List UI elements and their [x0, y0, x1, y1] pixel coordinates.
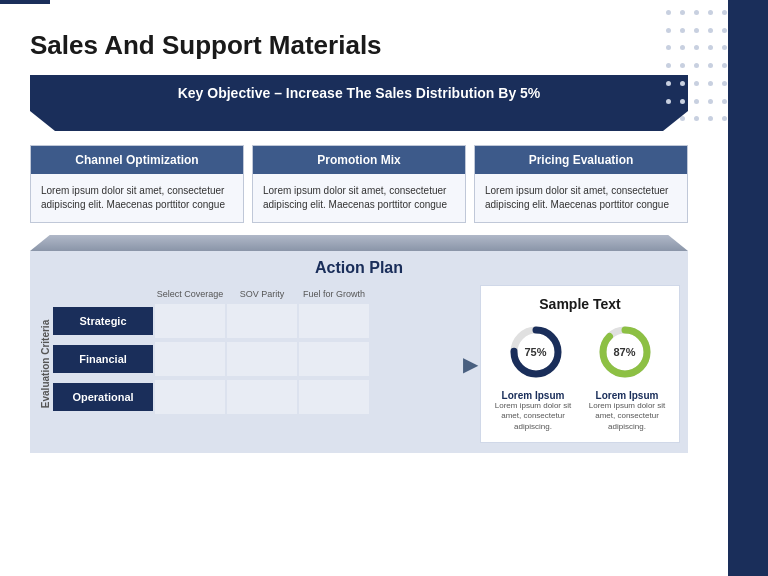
action-plan-content: Evaluation Criteria Select CoverageSOV P…: [30, 285, 688, 453]
dot: [666, 10, 671, 15]
dot: [694, 10, 699, 15]
dot: [722, 116, 727, 121]
sample-label-item-1: Lorem Ipsum Lorem ipsum dolor sit amet, …: [585, 390, 669, 432]
sample-text-box: Sample Text 75% 87% Lorem Ipsum Lore: [480, 285, 680, 443]
dot: [708, 116, 713, 121]
dot: [708, 45, 713, 50]
action-plan-title: Action Plan: [30, 251, 688, 285]
dot: [722, 28, 727, 33]
column-header-2: Pricing Evaluation: [475, 146, 687, 174]
eval-cell-0-1: [227, 304, 297, 338]
dot: [722, 63, 727, 68]
column-body-1: Lorem ipsum dolor sit amet, consectetuer…: [253, 174, 465, 222]
dot: [680, 99, 685, 104]
eval-table: Select CoverageSOV ParityFuel for Growth…: [53, 285, 460, 443]
eval-col-header-2: Fuel for Growth: [299, 289, 369, 300]
eval-row-label-1: Financial: [53, 345, 153, 373]
sample-text-title: Sample Text: [491, 296, 669, 312]
eval-cell-1-1: [227, 342, 297, 376]
dot: [694, 116, 699, 121]
eval-rows: StrategicFinancialOperational: [53, 304, 460, 414]
dot: [722, 99, 727, 104]
sample-label-text-1: Lorem ipsum dolor sit amet, consectetur …: [585, 401, 669, 432]
donut-chart-0: 75%: [506, 322, 566, 382]
eval-table-wrapper: Evaluation Criteria Select CoverageSOV P…: [38, 285, 460, 443]
sample-labels-row: Lorem Ipsum Lorem ipsum dolor sit amet, …: [491, 390, 669, 432]
sample-label-title-1: Lorem Ipsum: [585, 390, 669, 401]
dot: [694, 45, 699, 50]
eval-cell-1-0: [155, 342, 225, 376]
eval-cell-0-2: [299, 304, 369, 338]
three-columns: Channel Optimization Lorem ipsum dolor s…: [30, 145, 688, 223]
eval-cell-1-2: [299, 342, 369, 376]
gray-trapezoid: [30, 235, 688, 251]
eval-cell-2-0: [155, 380, 225, 414]
eval-cell-2-1: [227, 380, 297, 414]
dot: [680, 10, 685, 15]
top-accent-line: [0, 0, 50, 4]
sample-label-text-0: Lorem ipsum dolor sit amet, consectetur …: [491, 401, 575, 432]
eval-cell-0-0: [155, 304, 225, 338]
page: Sales And Support Materials Key Objectiv…: [0, 0, 768, 576]
column-card-1: Promotion Mix Lorem ipsum dolor sit amet…: [252, 145, 466, 223]
right-panel: [728, 0, 768, 576]
donut-label-1: 87%: [613, 346, 635, 358]
banner-trapezoid: [30, 111, 688, 131]
dot: [722, 81, 727, 86]
sample-label-title-0: Lorem Ipsum: [491, 390, 575, 401]
dot: [708, 10, 713, 15]
trapezoid-shape: [30, 111, 688, 131]
dot: [680, 45, 685, 50]
page-title: Sales And Support Materials: [30, 30, 738, 61]
column-card-2: Pricing Evaluation Lorem ipsum dolor sit…: [474, 145, 688, 223]
dot: [666, 99, 671, 104]
eval-row-2: Operational: [53, 380, 460, 414]
dot: [680, 63, 685, 68]
key-objective-banner: Key Objective – Increase The Sales Distr…: [30, 75, 688, 111]
eval-cell-2-2: [299, 380, 369, 414]
dot: [666, 81, 671, 86]
eval-table-header: Select CoverageSOV ParityFuel for Growth: [53, 285, 460, 304]
eval-row-label-2: Operational: [53, 383, 153, 411]
sample-label-item-0: Lorem Ipsum Lorem ipsum dolor sit amet, …: [491, 390, 575, 432]
dot: [680, 81, 685, 86]
dot: [694, 28, 699, 33]
column-body-0: Lorem ipsum dolor sit amet, consectetuer…: [31, 174, 243, 222]
column-header-1: Promotion Mix: [253, 146, 465, 174]
column-body-2: Lorem ipsum dolor sit amet, consectetuer…: [475, 174, 687, 222]
dot: [666, 63, 671, 68]
eval-col-header-empty: [53, 289, 153, 300]
dot: [680, 28, 685, 33]
dot: [722, 10, 727, 15]
dot: [708, 81, 713, 86]
dot: [666, 28, 671, 33]
dot: [694, 81, 699, 86]
donut-label-0: 75%: [524, 346, 546, 358]
eval-col-header-1: SOV Parity: [227, 289, 297, 300]
eval-row-0: Strategic: [53, 304, 460, 338]
donut-item-0: 75%: [506, 322, 566, 382]
dot: [708, 63, 713, 68]
eval-row-label-0: Strategic: [53, 307, 153, 335]
donut-row: 75% 87%: [491, 322, 669, 382]
arrow-separator: ▶: [460, 285, 480, 443]
eval-col-header-0: Select Coverage: [155, 289, 225, 300]
dot: [694, 63, 699, 68]
donut-item-1: 87%: [595, 322, 655, 382]
donut-chart-1: 87%: [595, 322, 655, 382]
eval-criteria-label: Evaluation Criteria: [38, 285, 53, 443]
eval-row-1: Financial: [53, 342, 460, 376]
action-plan-section: Action Plan Evaluation Criteria Select C…: [30, 251, 688, 453]
dot: [708, 99, 713, 104]
dot: [694, 99, 699, 104]
dot: [666, 45, 671, 50]
dot: [708, 28, 713, 33]
column-header-0: Channel Optimization: [31, 146, 243, 174]
column-card-0: Channel Optimization Lorem ipsum dolor s…: [30, 145, 244, 223]
